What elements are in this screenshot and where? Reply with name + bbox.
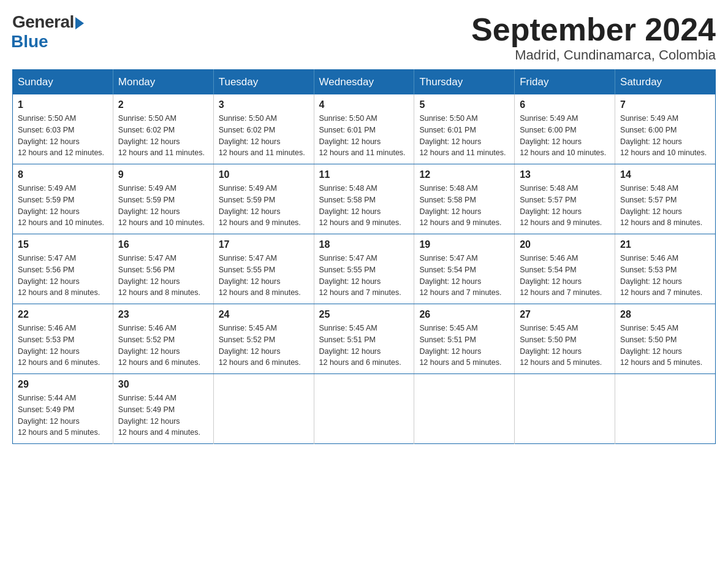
header-friday: Friday — [515, 70, 615, 95]
day-info: Sunrise: 5:50 AMSunset: 6:03 PMDaylight:… — [18, 113, 108, 159]
calendar-cell: 28Sunrise: 5:45 AMSunset: 5:50 PMDayligh… — [615, 304, 716, 374]
calendar-cell: 5Sunrise: 5:50 AMSunset: 6:01 PMDaylight… — [414, 94, 515, 164]
calendar-cell: 23Sunrise: 5:46 AMSunset: 5:52 PMDayligh… — [113, 304, 213, 374]
calendar-cell: 2Sunrise: 5:50 AMSunset: 6:02 PMDaylight… — [113, 94, 213, 164]
calendar-cell: 8Sunrise: 5:49 AMSunset: 5:59 PMDaylight… — [13, 164, 113, 234]
day-info: Sunrise: 5:47 AMSunset: 5:55 PMDaylight:… — [219, 253, 309, 299]
calendar-header-row: SundayMondayTuesdayWednesdayThursdayFrid… — [13, 70, 716, 95]
day-info: Sunrise: 5:45 AMSunset: 5:50 PMDaylight:… — [520, 323, 610, 369]
calendar-cell: 4Sunrise: 5:50 AMSunset: 6:01 PMDaylight… — [314, 94, 414, 164]
week-row-3: 22Sunrise: 5:46 AMSunset: 5:53 PMDayligh… — [13, 304, 716, 374]
calendar-cell: 7Sunrise: 5:49 AMSunset: 6:00 PMDaylight… — [615, 94, 716, 164]
calendar-cell — [615, 374, 716, 444]
day-number: 29 — [18, 379, 108, 390]
calendar-cell: 17Sunrise: 5:47 AMSunset: 5:55 PMDayligh… — [213, 234, 314, 304]
day-number: 3 — [219, 99, 309, 110]
day-number: 13 — [520, 169, 610, 180]
day-info: Sunrise: 5:44 AMSunset: 5:49 PMDaylight:… — [118, 393, 208, 439]
calendar-cell: 29Sunrise: 5:44 AMSunset: 5:49 PMDayligh… — [13, 374, 113, 444]
day-info: Sunrise: 5:44 AMSunset: 5:49 PMDaylight:… — [18, 393, 108, 439]
day-number: 4 — [319, 99, 409, 110]
calendar-cell: 14Sunrise: 5:48 AMSunset: 5:57 PMDayligh… — [615, 164, 716, 234]
day-number: 6 — [520, 99, 610, 110]
header-sunday: Sunday — [13, 70, 113, 95]
day-number: 1 — [18, 99, 108, 110]
calendar-cell: 3Sunrise: 5:50 AMSunset: 6:02 PMDaylight… — [213, 94, 314, 164]
day-info: Sunrise: 5:50 AMSunset: 6:02 PMDaylight:… — [118, 113, 208, 159]
calendar-cell: 16Sunrise: 5:47 AMSunset: 5:56 PMDayligh… — [113, 234, 213, 304]
calendar-cell: 26Sunrise: 5:45 AMSunset: 5:51 PMDayligh… — [414, 304, 515, 374]
calendar-cell: 15Sunrise: 5:47 AMSunset: 5:56 PMDayligh… — [13, 234, 113, 304]
header-monday: Monday — [113, 70, 213, 95]
calendar-cell: 25Sunrise: 5:45 AMSunset: 5:51 PMDayligh… — [314, 304, 414, 374]
header-thursday: Thursday — [414, 70, 515, 95]
day-info: Sunrise: 5:49 AMSunset: 5:59 PMDaylight:… — [18, 183, 108, 229]
header-wednesday: Wednesday — [314, 70, 414, 95]
calendar-cell: 18Sunrise: 5:47 AMSunset: 5:55 PMDayligh… — [314, 234, 414, 304]
calendar-cell: 6Sunrise: 5:49 AMSunset: 6:00 PMDaylight… — [515, 94, 615, 164]
calendar-cell: 24Sunrise: 5:45 AMSunset: 5:52 PMDayligh… — [213, 304, 314, 374]
week-row-0: 1Sunrise: 5:50 AMSunset: 6:03 PMDaylight… — [13, 94, 716, 164]
day-info: Sunrise: 5:49 AMSunset: 6:00 PMDaylight:… — [620, 113, 710, 159]
day-number: 19 — [419, 239, 509, 250]
logo: General Blue — [12, 12, 84, 52]
calendar-cell — [515, 374, 615, 444]
header-tuesday: Tuesday — [213, 70, 314, 95]
day-number: 15 — [18, 239, 108, 250]
calendar-cell: 11Sunrise: 5:48 AMSunset: 5:58 PMDayligh… — [314, 164, 414, 234]
day-number: 24 — [219, 309, 309, 320]
calendar-cell — [213, 374, 314, 444]
day-number: 25 — [319, 309, 409, 320]
day-info: Sunrise: 5:47 AMSunset: 5:54 PMDaylight:… — [419, 253, 509, 299]
calendar-cell: 12Sunrise: 5:48 AMSunset: 5:58 PMDayligh… — [414, 164, 515, 234]
day-info: Sunrise: 5:46 AMSunset: 5:54 PMDaylight:… — [520, 253, 610, 299]
day-info: Sunrise: 5:45 AMSunset: 5:51 PMDaylight:… — [319, 323, 409, 369]
calendar-cell: 1Sunrise: 5:50 AMSunset: 6:03 PMDaylight… — [13, 94, 113, 164]
day-info: Sunrise: 5:48 AMSunset: 5:58 PMDaylight:… — [319, 183, 409, 229]
calendar-cell: 22Sunrise: 5:46 AMSunset: 5:53 PMDayligh… — [13, 304, 113, 374]
day-info: Sunrise: 5:45 AMSunset: 5:52 PMDaylight:… — [219, 323, 309, 369]
day-info: Sunrise: 5:47 AMSunset: 5:56 PMDaylight:… — [118, 253, 208, 299]
day-info: Sunrise: 5:48 AMSunset: 5:57 PMDaylight:… — [620, 183, 710, 229]
day-info: Sunrise: 5:46 AMSunset: 5:53 PMDaylight:… — [620, 253, 710, 299]
calendar-cell: 19Sunrise: 5:47 AMSunset: 5:54 PMDayligh… — [414, 234, 515, 304]
day-number: 20 — [520, 239, 610, 250]
day-info: Sunrise: 5:47 AMSunset: 5:56 PMDaylight:… — [18, 253, 108, 299]
day-number: 22 — [18, 309, 108, 320]
calendar-cell: 13Sunrise: 5:48 AMSunset: 5:57 PMDayligh… — [515, 164, 615, 234]
calendar-cell — [414, 374, 515, 444]
day-info: Sunrise: 5:49 AMSunset: 6:00 PMDaylight:… — [520, 113, 610, 159]
day-info: Sunrise: 5:49 AMSunset: 5:59 PMDaylight:… — [219, 183, 309, 229]
day-number: 12 — [419, 169, 509, 180]
week-row-2: 15Sunrise: 5:47 AMSunset: 5:56 PMDayligh… — [13, 234, 716, 304]
day-number: 30 — [118, 379, 208, 390]
day-number: 10 — [219, 169, 309, 180]
header-saturday: Saturday — [615, 70, 716, 95]
day-number: 5 — [419, 99, 509, 110]
title-section: September 2024 Madrid, Cundinamarca, Col… — [471, 12, 716, 63]
day-number: 2 — [118, 99, 208, 110]
logo-blue-text: Blue — [11, 32, 48, 52]
day-number: 18 — [319, 239, 409, 250]
day-number: 9 — [118, 169, 208, 180]
day-info: Sunrise: 5:49 AMSunset: 5:59 PMDaylight:… — [118, 183, 208, 229]
calendar-cell: 21Sunrise: 5:46 AMSunset: 5:53 PMDayligh… — [615, 234, 716, 304]
day-number: 27 — [520, 309, 610, 320]
day-number: 21 — [620, 239, 710, 250]
location: Madrid, Cundinamarca, Colombia — [471, 47, 716, 63]
logo-arrow-icon — [75, 17, 84, 29]
day-number: 26 — [419, 309, 509, 320]
day-number: 8 — [18, 169, 108, 180]
day-info: Sunrise: 5:50 AMSunset: 6:02 PMDaylight:… — [219, 113, 309, 159]
day-info: Sunrise: 5:50 AMSunset: 6:01 PMDaylight:… — [319, 113, 409, 159]
day-number: 16 — [118, 239, 208, 250]
day-info: Sunrise: 5:46 AMSunset: 5:52 PMDaylight:… — [118, 323, 208, 369]
month-title: September 2024 — [471, 12, 716, 47]
week-row-1: 8Sunrise: 5:49 AMSunset: 5:59 PMDaylight… — [13, 164, 716, 234]
calendar-cell: 9Sunrise: 5:49 AMSunset: 5:59 PMDaylight… — [113, 164, 213, 234]
day-info: Sunrise: 5:50 AMSunset: 6:01 PMDaylight:… — [419, 113, 509, 159]
page-header: General Blue September 2024 Madrid, Cund… — [12, 12, 716, 63]
calendar-table: SundayMondayTuesdayWednesdayThursdayFrid… — [12, 69, 716, 444]
calendar-cell: 30Sunrise: 5:44 AMSunset: 5:49 PMDayligh… — [113, 374, 213, 444]
day-info: Sunrise: 5:48 AMSunset: 5:57 PMDaylight:… — [520, 183, 610, 229]
